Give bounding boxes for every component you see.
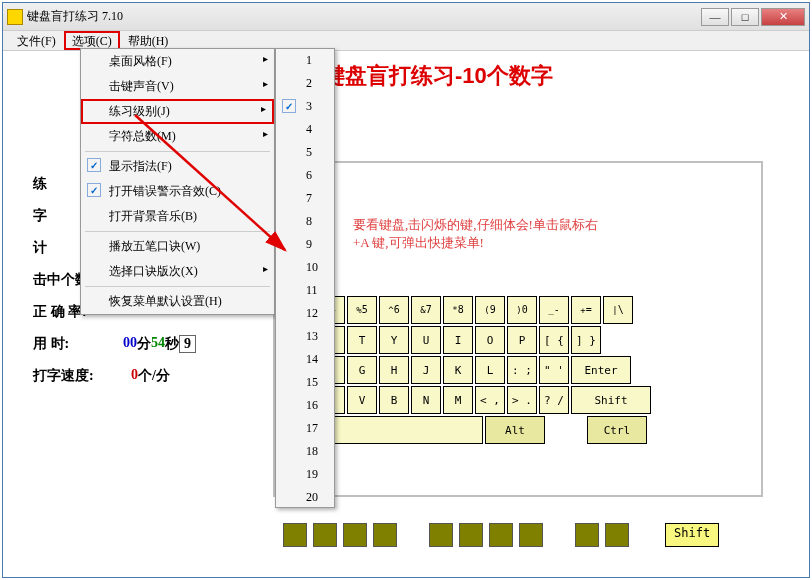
indicator-box [373,523,397,547]
level-option-18[interactable]: 18 [276,440,334,463]
level-option-17[interactable]: 17 [276,417,334,440]
maximize-button[interactable]: □ [731,8,759,26]
key[interactable]: K [443,356,473,384]
shift-indicator: Shift [665,523,719,547]
key[interactable]: J [411,356,441,384]
app-icon [7,9,23,25]
key[interactable]: U [411,326,441,354]
speed-label: 打字速度: [33,367,123,385]
key[interactable]: N [411,386,441,414]
menu-show-finger[interactable]: ✓显示指法(F) [81,154,274,179]
time-label: 用 时: [33,335,123,353]
key[interactable]: %5 [347,296,377,324]
menu-separator [85,231,270,232]
titlebar: 键盘盲打练习 7.10 — □ ✕ [3,3,809,31]
level-option-11[interactable]: 11 [276,279,334,302]
key[interactable]: B [379,386,409,414]
level-option-14[interactable]: 14 [276,348,334,371]
menu-error-sound[interactable]: ✓打开错误警示音效(C) [81,179,274,204]
key[interactable]: ] } [571,326,601,354]
key[interactable]: Shift [571,386,651,414]
indicator-box [605,523,629,547]
menu-practice-level[interactable]: 练习级别(J) [81,99,274,124]
menu-tips-version[interactable]: 选择口诀版次(X) [81,259,274,284]
check-icon: ✓ [87,158,101,172]
key[interactable]: Y [379,326,409,354]
indicator-box [575,523,599,547]
indicator-box [429,523,453,547]
key[interactable]: [ { [539,326,569,354]
level-option-5[interactable]: 5 [276,141,334,164]
menu-separator [85,151,270,152]
key[interactable]: (9 [475,296,505,324]
menu-restore-defaults[interactable]: 恢复菜单默认设置(H) [81,289,274,314]
menu-separator [85,286,270,287]
level-option-7[interactable]: 7 [276,187,334,210]
indicator-box [313,523,337,547]
menu-desktop-style[interactable]: 桌面风格(F) [81,49,274,74]
level-option-20[interactable]: 20 [276,486,334,509]
key[interactable]: O [475,326,505,354]
menu-bg-music[interactable]: 打开背景音乐(B) [81,204,274,229]
level-option-12[interactable]: 12 [276,302,334,325]
menu-key-sound[interactable]: 击键声音(V) [81,74,274,99]
check-icon: ✓ [282,99,296,113]
indicator-box [343,523,367,547]
level-option-13[interactable]: 13 [276,325,334,348]
level-option-9[interactable]: 9 [276,233,334,256]
key[interactable]: : ; [507,356,537,384]
indicator-box [459,523,483,547]
instruction-text: 要看键盘,击闪烁的键,仔细体会!单击鼠标右 +A 键,可弹出快捷菜单! [353,216,598,252]
key[interactable]: += [571,296,601,324]
indicator-box [283,523,307,547]
level-submenu: 12✓34567891011121314151617181920 [275,48,335,508]
speed-value: 0 [131,367,138,385]
level-option-10[interactable]: 10 [276,256,334,279]
key[interactable]: T [347,326,377,354]
menu-char-total[interactable]: 字符总数(M) [81,124,274,149]
page-title: 键盘盲打练习-10个数字 [323,61,553,91]
level-option-2[interactable]: 2 [276,72,334,95]
level-option-1[interactable]: 1 [276,49,334,72]
close-button[interactable]: ✕ [761,8,805,26]
minimize-button[interactable]: — [701,8,729,26]
key[interactable]: &7 [411,296,441,324]
key-ctrl[interactable]: Ctrl [587,416,647,444]
indicator-box [519,523,543,547]
virtual-keyboard: 3$4%5^6&7*8(9)0_-+=|\ ERTYUIOP[ {] } DFG… [283,296,653,446]
key[interactable]: V [347,386,377,414]
key[interactable]: _- [539,296,569,324]
key[interactable]: > . [507,386,537,414]
time-cursor: 9 [179,335,196,353]
menu-file[interactable]: 文件(F) [9,31,64,50]
level-option-8[interactable]: 8 [276,210,334,233]
level-option-19[interactable]: 19 [276,463,334,486]
window-title: 键盘盲打练习 7.10 [27,8,701,25]
key[interactable]: |\ [603,296,633,324]
key[interactable]: )0 [507,296,537,324]
level-option-15[interactable]: 15 [276,371,334,394]
key[interactable]: Enter [571,356,631,384]
level-option-16[interactable]: 16 [276,394,334,417]
key[interactable]: P [507,326,537,354]
key[interactable]: I [443,326,473,354]
key[interactable]: ? / [539,386,569,414]
key[interactable]: *8 [443,296,473,324]
check-icon: ✓ [87,183,101,197]
key[interactable]: M [443,386,473,414]
indicator-box [489,523,513,547]
level-option-3[interactable]: ✓3 [276,95,334,118]
indicator-row: Shift [283,523,719,547]
key[interactable]: ^6 [379,296,409,324]
key[interactable]: G [347,356,377,384]
level-option-4[interactable]: 4 [276,118,334,141]
key[interactable]: L [475,356,505,384]
menu-wubi-tips[interactable]: 播放五笔口诀(W) [81,234,274,259]
key[interactable]: < , [475,386,505,414]
key[interactable]: H [379,356,409,384]
key-alt[interactable]: Alt [485,416,545,444]
options-dropdown: 桌面风格(F) 击键声音(V) 练习级别(J) 字符总数(M) ✓显示指法(F)… [80,48,275,315]
level-option-6[interactable]: 6 [276,164,334,187]
key[interactable]: " ' [539,356,569,384]
